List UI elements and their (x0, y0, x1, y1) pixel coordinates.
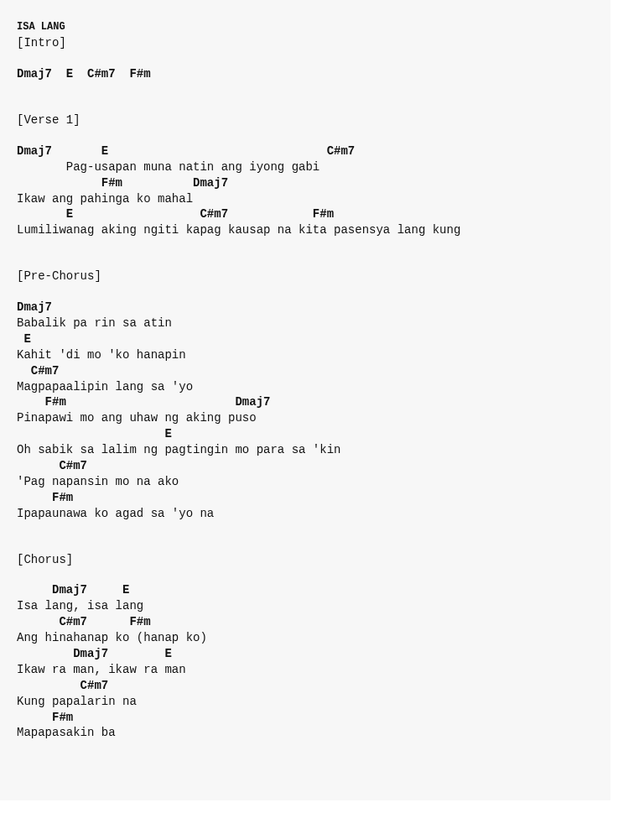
verse1-lyric-2: Ikaw ang pahinga ko mahal (17, 191, 594, 207)
song-title: ISA LANG (17, 20, 594, 34)
chorus-chords-1: Dmaj7 E (17, 582, 594, 598)
prechorus-chords-1: Dmaj7 (17, 300, 594, 315)
chorus-lyric-2: Ang hinahanap ko (hanap ko) (17, 630, 594, 646)
prechorus-chords-5: E (17, 426, 594, 442)
prechorus-chords-6: C#m7 (17, 458, 594, 474)
chorus-chords-5: F#m (17, 710, 594, 726)
prechorus-lyric-6: 'Pag napansin mo na ako (17, 474, 594, 490)
verse1-lyric-1: Pag-usapan muna natin ang iyong gabi (17, 159, 594, 175)
prechorus-lyric-5: Oh sabik sa lalim ng pagtingin mo para s… (17, 442, 594, 458)
prechorus-label: [Pre-Chorus] (17, 268, 594, 284)
prechorus-chords-2: E (17, 331, 594, 347)
chord-sheet-page: ISA LANG [Intro] Dmaj7 E C#m7 F#m [Verse… (0, 0, 610, 800)
chorus-lyric-4: Kung papalarin na (17, 694, 594, 710)
prechorus-lyric-1: Babalik pa rin sa atin (17, 315, 594, 331)
prechorus-lyric-3: Magpapaalipin lang sa 'yo (17, 379, 594, 395)
verse1-chords-3: E C#m7 F#m (17, 206, 594, 222)
chorus-lyric-3: Ikaw ra man, ikaw ra man (17, 662, 594, 678)
chorus-chords-3: Dmaj7 E (17, 646, 594, 662)
verse1-chords-2: F#m Dmaj7 (17, 175, 594, 191)
intro-chords: Dmaj7 E C#m7 F#m (17, 66, 594, 82)
prechorus-chords-7: F#m (17, 490, 594, 506)
verse1-chords-1: Dmaj7 E C#m7 (17, 143, 594, 159)
chorus-chords-2: C#m7 F#m (17, 614, 594, 630)
chorus-lyric-1: Isa lang, isa lang (17, 598, 594, 614)
chorus-lyric-5: Mapapasakin ba (17, 725, 594, 741)
chorus-label: [Chorus] (17, 552, 594, 568)
verse1-label: [Verse 1] (17, 112, 594, 128)
prechorus-lyric-2: Kahit 'di mo 'ko hanapin (17, 347, 594, 363)
prechorus-chords-4: F#m Dmaj7 (17, 394, 594, 410)
intro-label: [Intro] (17, 35, 594, 51)
prechorus-chords-3: C#m7 (17, 363, 594, 379)
verse1-lyric-3: Lumiliwanag aking ngiti kapag kausap na … (17, 222, 594, 238)
prechorus-lyric-4: Pinapawi mo ang uhaw ng aking puso (17, 410, 594, 426)
prechorus-lyric-7: Ipapaunawa ko agad sa 'yo na (17, 506, 594, 522)
chorus-chords-4: C#m7 (17, 678, 594, 694)
